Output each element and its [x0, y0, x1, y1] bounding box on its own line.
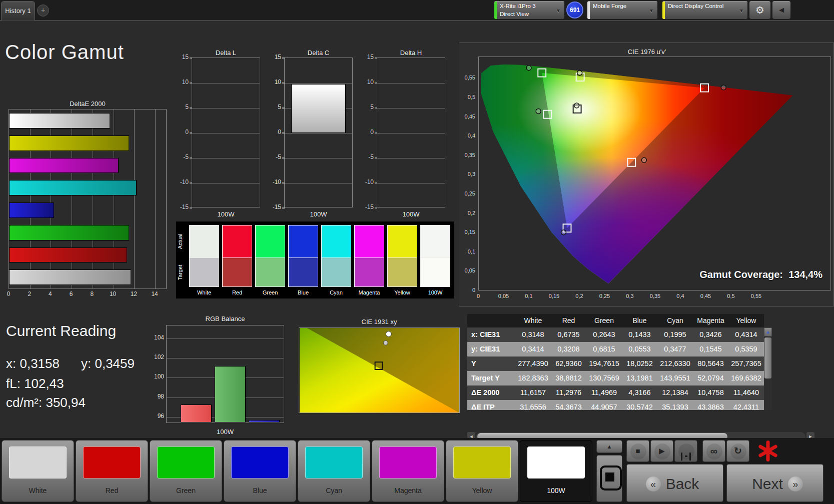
chevron-down-icon: ▼ [649, 8, 654, 14]
rgb-balance-x-label: 100W [166, 428, 284, 436]
patch-button-cyan[interactable]: Cyan [298, 440, 370, 502]
patch-button-yellow[interactable]: Yellow [446, 440, 518, 502]
cie-1976-diagram [479, 57, 830, 290]
header-cell-magenta: Magenta [693, 314, 728, 328]
y-tick-label: -15 [266, 204, 281, 210]
patch-button-white[interactable]: White [2, 440, 74, 502]
patch-button-blue[interactable]: Blue [224, 440, 296, 502]
target-swatch [222, 258, 252, 287]
table-cell: 62,9360 [551, 356, 586, 371]
x-axis-label: 100W [284, 210, 353, 218]
cie-1931-panel [299, 328, 460, 413]
y-tick-label: -10 [266, 178, 281, 186]
swatch-column-white: White [189, 225, 219, 296]
next-button[interactable]: Next» [726, 464, 823, 502]
y-tick-label: 10 [266, 78, 281, 86]
cie-1931-diagram [299, 328, 459, 412]
table-cell: 44,9057 [586, 400, 622, 410]
tick-mark [375, 182, 377, 184]
tick-mark [190, 108, 192, 108]
table-cell: 0,3426 [693, 328, 728, 342]
patch-label: 100W [520, 486, 592, 494]
chart-title: Delta L [192, 49, 260, 56]
gridline [167, 338, 284, 339]
x-tick-label: 0 [4, 290, 14, 298]
rgb-balance-title: RGB Balance [166, 315, 284, 322]
meter-dropdown[interactable]: X-Rite i1Pro 3 Direct View ▼ [494, 1, 564, 19]
patch-button-red[interactable]: Red [76, 440, 148, 502]
gear-icon: ⚙ [755, 4, 764, 16]
add-tab-button[interactable]: + [37, 4, 49, 16]
gridline [377, 108, 445, 108]
cie76-x-tick: 0,4 [670, 293, 690, 299]
chart-title: Delta C [284, 49, 353, 56]
tab-history-1[interactable]: History 1 [1, 1, 35, 20]
gridline [167, 358, 284, 358]
pattern-up-button[interactable]: ▲ [596, 440, 622, 453]
header-cell-red: Red [551, 314, 586, 328]
table-row--e-itp: ΔE ITP31,655654,367344,905730,574235,139… [467, 400, 764, 410]
source-dropdown[interactable]: Mobile Forge ▼ [587, 1, 657, 19]
y-tick-label: 15 [266, 54, 281, 60]
row-label: ΔE ITP [467, 400, 515, 410]
patch-button-magenta[interactable]: Magenta [372, 440, 444, 502]
delta-bar [291, 84, 346, 133]
patch-button-100w[interactable]: 100W [520, 440, 592, 502]
refresh-icon: ↻ [734, 446, 742, 456]
swatch-label: White [189, 290, 219, 296]
table-cell: 18,0252 [622, 356, 657, 371]
pattern-window-icon [681, 452, 691, 460]
actual-target-swatch-panel: Actual Target WhiteRedGreenBlueCyanMagen… [176, 222, 454, 298]
rgb-bar-red [181, 404, 212, 422]
table-cell: 0,1433 [622, 328, 657, 342]
stop-button[interactable]: ■ [626, 440, 649, 462]
header-cell-empty [467, 314, 515, 328]
scroll-up-icon[interactable]: ▲ [764, 328, 772, 336]
back-button[interactable]: «Back [626, 464, 723, 502]
reading-point-previous [383, 340, 388, 345]
swatch-column-green: Green [255, 225, 285, 296]
current-reading-x: x: 0,3158 [6, 356, 60, 372]
x-tick-label: 6 [66, 290, 76, 298]
settings-button[interactable]: ⚙ [749, 1, 770, 19]
x-axis-label: 100W [192, 210, 260, 218]
tick-mark [282, 158, 285, 158]
deltae-bar-magenta [9, 158, 119, 174]
patch-swatch [9, 446, 67, 478]
y-tick-label: 5 [359, 104, 374, 110]
chart-plot [284, 58, 353, 208]
cie76-y-tick: 0,45 [459, 114, 475, 120]
play-button[interactable]: ▶ [650, 440, 673, 462]
collapse-panel-button[interactable]: ◀ [772, 1, 790, 19]
actual-swatch [288, 225, 318, 258]
table-vertical-scrollbar[interactable]: ▲ [764, 328, 772, 410]
pattern-window-button[interactable] [674, 440, 697, 462]
patch-size-button[interactable] [596, 455, 622, 502]
y-tick-label: 15 [174, 54, 189, 60]
patch-button-green[interactable]: Green [150, 440, 222, 502]
display-control-dropdown[interactable]: Direct Display Control ▼ [662, 1, 747, 19]
tick-mark [375, 208, 377, 208]
rgb-bar-green [215, 366, 246, 422]
actual-swatch [387, 225, 417, 258]
target-swatch [387, 258, 417, 287]
top-bar: History 1 + X-Rite i1Pro 3 Direct View ▼… [0, 0, 834, 21]
refresh-button[interactable]: ↻ [726, 440, 749, 462]
measured-point-red [721, 85, 726, 90]
cie-1976-plot [478, 56, 831, 290]
table-cell: 0,2643 [586, 328, 622, 342]
x-tick-label: 10 [108, 290, 118, 298]
meter-count-badge: 691 [566, 2, 583, 18]
row-label: Target Y [467, 371, 515, 386]
continuous-read-button[interactable]: ∞ [702, 440, 725, 462]
chart-plot [377, 58, 445, 208]
bottom-bar: WhiteRedGreenBlueCyanMagentaYellow100W ▲… [0, 438, 834, 504]
cie76-x-tick: 0 [468, 293, 488, 299]
y-tick-label: 10 [174, 78, 189, 86]
swatch-column-blue: Blue [288, 225, 318, 296]
chart-plot [192, 58, 260, 208]
current-reading-title: Current Reading [6, 322, 116, 340]
table-cell: 13,1981 [622, 371, 657, 386]
tick-mark [282, 208, 285, 208]
vertical-scroll-thumb[interactable] [764, 338, 771, 378]
